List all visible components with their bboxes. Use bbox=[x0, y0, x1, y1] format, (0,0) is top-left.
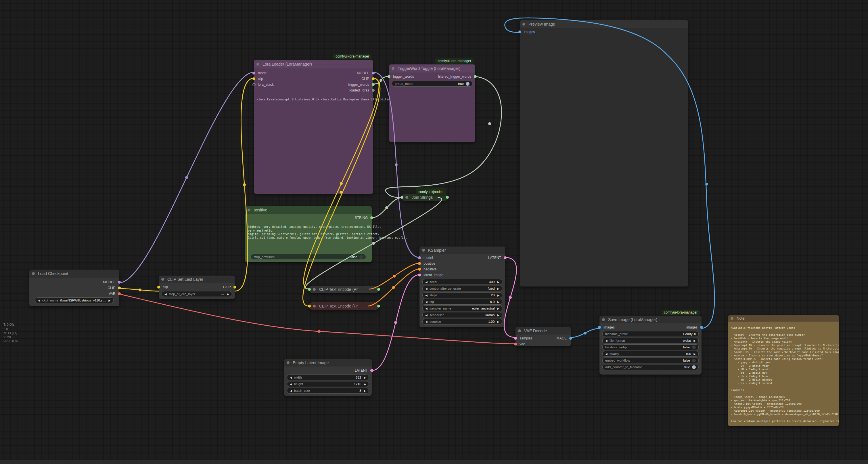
ckpt-name-widget[interactable]: ◀ ckpt_name il\waiNSFWIllustrious_v110.s… bbox=[35, 297, 114, 303]
node-title-bar[interactable]: Empty Latent Image bbox=[284, 359, 372, 367]
output-port-image[interactable] bbox=[569, 337, 572, 340]
collapse-icon[interactable] bbox=[518, 329, 521, 332]
output-port-filtered-trigger-words[interactable] bbox=[474, 75, 477, 78]
right-arrow-icon[interactable]: ▶ bbox=[364, 376, 366, 379]
node-save-image[interactable]: comfyui-lora-manager Save Image (LoraMan… bbox=[599, 316, 702, 375]
node-triggerword-toggle[interactable]: comfyui-lora-manager TriggerWord Toggle … bbox=[389, 64, 475, 142]
right-arrow-icon[interactable]: ▶ bbox=[497, 320, 499, 323]
toggle-on-icon[interactable] bbox=[466, 82, 469, 86]
node-title-bar[interactable]: Load Checkpoint bbox=[29, 269, 119, 278]
node-title-bar[interactable]: Save Image (LoraManager) bbox=[599, 316, 702, 323]
left-arrow-icon[interactable]: ◀ bbox=[425, 294, 428, 297]
cfg-widget[interactable]: ◀cfg8.0▶ bbox=[422, 299, 502, 304]
left-arrow-icon[interactable]: ◀ bbox=[38, 299, 40, 302]
right-arrow-icon[interactable]: ▶ bbox=[497, 281, 499, 284]
collapse-icon[interactable] bbox=[32, 272, 35, 275]
output-port-vae[interactable] bbox=[118, 292, 121, 295]
node-clip-text-encode-negative[interactable]: CLIP Text Encode (Pr bbox=[309, 302, 379, 310]
add-counter-toggle[interactable]: add_counter_to_filenametrue bbox=[602, 364, 699, 370]
left-arrow-icon[interactable]: ◀ bbox=[425, 281, 428, 284]
file-format-widget[interactable]: ◀file_formatwebp▶ bbox=[602, 338, 699, 344]
output-port-string[interactable] bbox=[370, 216, 373, 219]
output-port[interactable] bbox=[377, 288, 380, 291]
collapse-icon[interactable] bbox=[392, 67, 395, 70]
input-port[interactable] bbox=[308, 288, 311, 291]
lora-text-widget[interactable]: <lora:CreateConcept_Illustrious:0.8> <lo… bbox=[257, 98, 373, 102]
output-port-model[interactable] bbox=[372, 71, 375, 75]
node-positive-prompt[interactable]: positive STRING highres, very detailed, … bbox=[245, 206, 372, 262]
collapse-icon[interactable] bbox=[256, 63, 259, 65]
collapse-icon[interactable] bbox=[248, 208, 250, 211]
right-arrow-icon[interactable]: ▶ bbox=[497, 307, 499, 310]
lossless-webp-toggle[interactable]: lossless_webpfalse bbox=[602, 344, 699, 350]
left-arrow-icon[interactable]: ◀ bbox=[605, 339, 608, 342]
left-arrow-icon[interactable]: ◀ bbox=[605, 352, 608, 355]
right-arrow-icon[interactable]: ▶ bbox=[497, 287, 499, 290]
input-port-positive[interactable] bbox=[418, 262, 421, 265]
width-widget[interactable]: ◀width832▶ bbox=[287, 375, 369, 380]
quality-widget[interactable]: ◀quality100▶ bbox=[602, 351, 699, 357]
collapse-icon[interactable] bbox=[522, 23, 525, 26]
denoise-widget[interactable]: ◀denoise1.00▶ bbox=[422, 319, 502, 324]
node-title-bar[interactable]: VAE Decode bbox=[516, 327, 571, 335]
node-vae-decode[interactable]: VAE Decode samples IMAGE vae bbox=[516, 327, 571, 346]
output-port[interactable] bbox=[377, 304, 380, 308]
left-arrow-icon[interactable]: ◀ bbox=[290, 389, 292, 393]
input-port-trigger-words[interactable] bbox=[388, 75, 391, 78]
node-empty-latent-image[interactable]: Empty Latent Image LATENT ◀width832▶ ◀he… bbox=[284, 359, 372, 396]
left-arrow-icon[interactable]: ◀ bbox=[290, 383, 292, 386]
left-arrow-icon[interactable]: ◀ bbox=[425, 300, 428, 303]
node-title-bar[interactable]: positive bbox=[245, 206, 372, 214]
input-port-images[interactable] bbox=[518, 30, 521, 33]
toggle-off-icon[interactable] bbox=[692, 346, 696, 349]
toggle-off-icon[interactable] bbox=[360, 255, 363, 259]
node-load-checkpoint[interactable]: Load Checkpoint MODEL CLIP VAE ◀ ckpt_na… bbox=[29, 269, 119, 307]
right-arrow-icon[interactable]: ▶ bbox=[364, 383, 366, 386]
toggle-on-icon[interactable] bbox=[692, 365, 696, 369]
left-arrow-icon[interactable]: ◀ bbox=[425, 307, 428, 310]
input-port-lora-stack[interactable] bbox=[252, 83, 256, 86]
input-port-clip[interactable] bbox=[157, 286, 160, 289]
strip-newlines-toggle[interactable]: strip_newlines false bbox=[251, 254, 366, 260]
node-title-bar[interactable]: TriggerWord Toggle (LoraManager) bbox=[389, 64, 475, 72]
output-port[interactable] bbox=[446, 196, 449, 199]
output-port-clip[interactable] bbox=[118, 287, 121, 289]
output-port-clip[interactable] bbox=[234, 286, 236, 289]
note-text[interactable]: Available filename_prefix Pattern Codes … bbox=[731, 326, 839, 424]
input-port[interactable] bbox=[401, 196, 403, 199]
collapse-icon[interactable] bbox=[287, 361, 289, 364]
control-after-generate-widget[interactable]: ◀control after generatefixed▶ bbox=[422, 286, 502, 291]
right-arrow-icon[interactable]: ▶ bbox=[693, 339, 696, 342]
toggle-off-icon[interactable] bbox=[692, 359, 696, 362]
collapse-icon[interactable] bbox=[602, 318, 605, 321]
node-ksampler[interactable]: KSampler model LATENT positive negative … bbox=[420, 246, 505, 327]
input-port-negative[interactable] bbox=[418, 268, 421, 271]
input-port-images[interactable] bbox=[598, 326, 601, 329]
collapse-icon[interactable] bbox=[313, 288, 316, 291]
output-port-latent[interactable] bbox=[504, 256, 506, 259]
output-port-latent[interactable] bbox=[370, 369, 373, 372]
right-arrow-icon[interactable]: ▶ bbox=[497, 294, 499, 297]
input-port-model[interactable] bbox=[252, 71, 255, 75]
steps-widget[interactable]: ◀steps20▶ bbox=[422, 292, 502, 298]
node-lora-loader[interactable]: comfyui-lora-manager Lora Loader (LoraMa… bbox=[254, 60, 373, 194]
input-port-model[interactable] bbox=[418, 256, 421, 259]
node-title-bar[interactable]: Lora Loader (LoraManager) bbox=[254, 60, 373, 68]
node-title-bar[interactable]: Note bbox=[728, 315, 839, 322]
output-port-clip[interactable] bbox=[372, 77, 375, 80]
sampler-name-widget[interactable]: ◀sampler_nameeuler_ancestral▶ bbox=[422, 306, 502, 311]
right-arrow-icon[interactable]: ▶ bbox=[108, 299, 111, 302]
node-clip-set-last-layer[interactable]: CLIP Set Last Layer clip CLIP ◀ stop_at_… bbox=[159, 276, 235, 299]
input-port-clip[interactable] bbox=[252, 77, 255, 80]
output-port-model[interactable] bbox=[118, 281, 121, 284]
right-arrow-icon[interactable]: ▶ bbox=[227, 293, 229, 296]
input-port-latent-image[interactable] bbox=[418, 273, 421, 277]
batch-size-widget[interactable]: ◀batch_size3▶ bbox=[287, 388, 369, 394]
collapse-icon[interactable] bbox=[313, 304, 316, 308]
input-port[interactable] bbox=[308, 304, 311, 308]
node-note[interactable]: Note Available filename_prefix Pattern C… bbox=[728, 315, 839, 426]
input-port-samples[interactable] bbox=[514, 337, 517, 340]
node-title-bar[interactable]: KSampler bbox=[420, 246, 505, 254]
output-port-loaded-loras[interactable] bbox=[372, 89, 375, 92]
left-arrow-icon[interactable]: ◀ bbox=[164, 293, 167, 296]
